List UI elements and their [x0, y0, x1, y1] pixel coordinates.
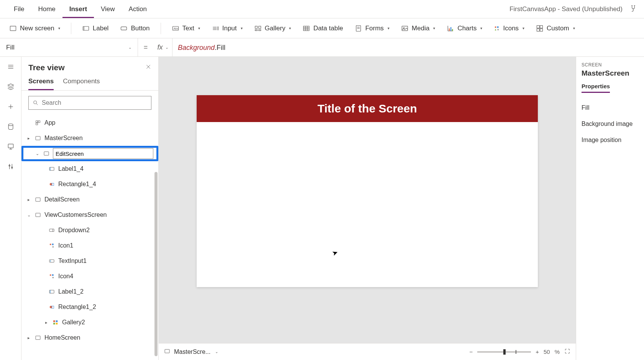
zoom-in-button[interactable]: +	[536, 348, 539, 355]
tree-node-rectangle1-4[interactable]: Rectangle1_4	[21, 177, 158, 192]
gallery-button[interactable]: Gallery ▾	[252, 23, 294, 34]
property-row-fill[interactable]: Fill	[582, 100, 644, 116]
svg-rect-87	[165, 349, 169, 353]
property-selector[interactable]: Fill ⌄	[0, 38, 138, 56]
zoom-slider[interactable]	[477, 351, 531, 353]
formula-bar: Fill ⌄ = fx⌄ Background.Fill	[0, 38, 644, 57]
svg-rect-56	[38, 121, 40, 123]
tree-node-masterscreen[interactable]: ▸ MasterScreen	[21, 130, 158, 146]
screen-icon	[34, 135, 41, 142]
icons-button[interactable]: Icons ▾	[491, 23, 527, 34]
chevron-down-icon: ▾	[573, 26, 575, 30]
tree-view-icon[interactable]	[6, 82, 15, 91]
tree-node-homescreen[interactable]: ▸ HomeScreen	[21, 330, 158, 345]
tree-node-textinput1[interactable]: TextInput1	[21, 253, 158, 269]
tree-node-label: Label1_4	[58, 165, 84, 172]
tab-properties[interactable]: Properties	[582, 83, 610, 93]
footer-screen-selector[interactable]: MasterScre...	[174, 348, 210, 355]
chevron-down-icon: ⌄	[165, 45, 168, 50]
media-button[interactable]: Media ▾	[399, 23, 437, 34]
screen-icon	[164, 348, 170, 356]
tree-node-label1-4[interactable]: Label1_4	[21, 161, 158, 177]
custom-button[interactable]: Custom ▾	[534, 23, 577, 34]
chevron-right-icon[interactable]: ▸	[26, 197, 31, 202]
fx-button[interactable]: fx⌄	[153, 38, 172, 56]
search-input[interactable]	[42, 99, 147, 106]
formula-input[interactable]: Background.Fill	[172, 43, 644, 52]
tree-node-label1-2[interactable]: Label1_2	[21, 284, 158, 299]
chevron-right-icon[interactable]: ▸	[44, 320, 49, 325]
data-table-button[interactable]: Data table	[300, 23, 345, 34]
tree-node-label: Gallery2	[62, 319, 85, 326]
screen-preview[interactable]: Title of the Screen	[197, 95, 538, 287]
tree-node-app[interactable]: ▸ App	[21, 115, 158, 130]
tree-node-dropdown2[interactable]: Dropdown2	[21, 223, 158, 238]
charts-button[interactable]: Charts ▾	[444, 23, 485, 34]
insert-icon[interactable]	[6, 102, 15, 111]
button-button[interactable]: Button	[118, 23, 152, 34]
fit-screen-icon[interactable]	[564, 348, 570, 355]
svg-rect-38	[537, 28, 540, 31]
menu-home[interactable]: Home	[31, 0, 62, 18]
close-icon[interactable]	[145, 64, 151, 71]
scrollbar-thumb[interactable]	[154, 172, 158, 356]
tree-node-label: HomeScreen	[44, 334, 80, 341]
tree-node-editscreen[interactable]: ⌄	[21, 146, 158, 161]
tree-node-label: TextInput1	[58, 258, 87, 264]
label-button[interactable]: Label	[80, 23, 111, 34]
menu-action[interactable]: Action	[122, 0, 154, 18]
new-screen-button[interactable]: New screen ▾	[7, 23, 62, 34]
canvas-viewport[interactable]: Title of the Screen	[159, 57, 576, 343]
svg-point-11	[218, 29, 219, 30]
hamburger-icon[interactable]	[6, 62, 15, 71]
zoom-value: 50	[544, 348, 550, 355]
chevron-down-icon[interactable]: ⌄	[34, 151, 40, 156]
property-row-background[interactable]: Background image	[582, 116, 644, 132]
property-row-imageposition[interactable]: Image position	[582, 132, 644, 148]
svg-line-54	[36, 104, 38, 105]
main-area: Tree view Screens Components ▸ App ▸ Mas…	[0, 57, 644, 360]
chevron-right-icon[interactable]: ▸	[26, 335, 31, 340]
tree-node-viewcustomers[interactable]: ⌄ ViewCustomersScreen	[21, 207, 158, 223]
tab-screens[interactable]: Screens	[28, 78, 54, 90]
chevron-down-icon: ▾	[433, 26, 435, 30]
menu-insert[interactable]: Insert	[62, 0, 94, 18]
properties-section-label: SCREEN	[582, 62, 644, 68]
chevron-down-icon[interactable]: ⌄	[215, 350, 218, 354]
chevron-right-icon[interactable]: ▸	[26, 136, 31, 141]
svg-rect-0	[10, 26, 16, 31]
svg-rect-85	[56, 323, 58, 324]
rename-input[interactable]	[53, 148, 153, 159]
tree-node-label: DetailScreen	[44, 196, 80, 203]
search-box[interactable]	[28, 96, 151, 110]
tree-node-label: ViewCustomersScreen	[44, 211, 107, 218]
zoom-tick	[516, 350, 516, 354]
gallery-icon	[52, 319, 59, 326]
chevron-down-icon: ▾	[289, 26, 291, 30]
tree-view-title: Tree view	[28, 63, 65, 72]
tab-components[interactable]: Components	[63, 78, 100, 90]
ribbon-charts-label: Charts	[457, 25, 476, 32]
diagnostics-icon[interactable]	[629, 5, 637, 14]
svg-point-74	[50, 274, 51, 276]
data-icon[interactable]	[6, 122, 15, 131]
tree-node-icon4[interactable]: Icon4	[21, 269, 158, 284]
zoom-slider-thumb[interactable]	[503, 349, 506, 355]
dropdown-icon	[48, 227, 55, 234]
zoom-out-button[interactable]: −	[469, 348, 473, 355]
media-rail-icon[interactable]	[6, 142, 15, 151]
tree-node-icon1[interactable]: Icon1	[21, 238, 158, 253]
menu-file[interactable]: File	[7, 0, 31, 18]
input-button[interactable]: Input ▾	[209, 23, 245, 34]
chevron-down-icon[interactable]: ⌄	[26, 213, 31, 218]
tree-node-gallery2[interactable]: ▸ Gallery2	[21, 315, 158, 330]
forms-button[interactable]: Forms ▾	[352, 23, 392, 34]
tools-icon[interactable]	[6, 162, 15, 171]
tree-node-rectangle1-2[interactable]: Rectangle1_2	[21, 299, 158, 315]
menu-view[interactable]: View	[94, 0, 122, 18]
tree-node-label: Icon4	[58, 273, 73, 280]
text-button[interactable]: Abc Text ▾	[169, 23, 202, 34]
tree-node-detailscreen[interactable]: ▸ DetailScreen	[21, 192, 158, 207]
left-rail	[0, 57, 21, 360]
formula-token-2: .Fill	[215, 44, 225, 51]
